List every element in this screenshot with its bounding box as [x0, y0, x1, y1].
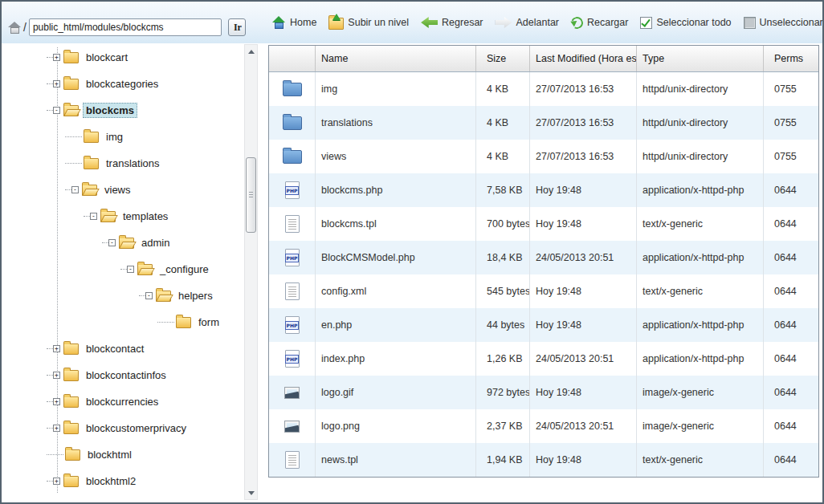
tree-expander-icon[interactable]: -	[108, 239, 116, 246]
scroll-up-arrow-icon[interactable]	[245, 45, 257, 58]
tree-expander-icon[interactable]: +	[53, 372, 60, 379]
table-row-config.xml[interactable]: config.xml 545 bytes Hoy 19:48 text/x-ge…	[269, 274, 818, 308]
tree-expander-icon[interactable]: -	[127, 266, 134, 273]
text-file-icon	[285, 215, 300, 233]
directory-tree: + blockcart + blockcategories - blockcms…	[3, 44, 244, 501]
tree-item-helpers[interactable]: - helpers	[3, 282, 244, 309]
tree-connector	[120, 269, 127, 270]
tree-expander-icon[interactable]: -	[145, 292, 153, 299]
tree-item-label: form	[195, 315, 222, 330]
cell-name: en.php	[316, 308, 476, 342]
column-header-last[interactable]: Last Modified (Hora está	[530, 46, 637, 71]
cell-name: news.tpl	[316, 443, 476, 477]
tree-item-label: helpers	[175, 288, 216, 303]
tree-expander-icon[interactable]: +	[53, 398, 60, 405]
go-button[interactable]: Ir	[228, 18, 246, 36]
tree-item-translations[interactable]: translations	[3, 150, 244, 177]
closed-folder-icon	[84, 132, 99, 143]
toolbar-button-seleccionar-todo[interactable]: Seleccionar todo	[640, 17, 731, 29]
column-header-type[interactable]: Type	[637, 46, 764, 71]
column-header-perms[interactable]: Perms	[764, 46, 818, 71]
table-row-en.php[interactable]: en.php 44 bytes Hoy 19:48 application/x-…	[269, 308, 818, 342]
scroll-down-arrow-icon[interactable]	[245, 486, 257, 499]
tree-scrollbar[interactable]	[244, 44, 258, 500]
image-file-icon	[284, 387, 300, 399]
toolbar-button-adelantar[interactable]: Adelantar	[496, 17, 560, 28]
table-row-blockcms.php[interactable]: blockcms.php 7,58 KB Hoy 19:48 applicati…	[269, 173, 818, 207]
tree-expander-icon[interactable]: +	[53, 80, 60, 87]
tree-item-blockcustomerprivacy[interactable]: + blockcustomerprivacy	[3, 415, 244, 441]
tree-expander-icon[interactable]: -	[71, 186, 79, 193]
tree-item-blockcategories[interactable]: + blockcategories	[3, 71, 244, 97]
tree-connector	[157, 322, 174, 323]
tree-item-blockcms[interactable]: - blockcms	[3, 97, 244, 124]
tree-item-label: blockhtml2	[83, 474, 139, 489]
cell-size: 545 bytes	[476, 274, 530, 308]
tree-item-label: _configure	[157, 262, 212, 277]
cell-perms: 0644	[764, 443, 818, 477]
scrollbar-thumb[interactable]	[246, 157, 256, 233]
table-header: NameSizeLast Modified (Hora estáTypePerm…	[269, 46, 818, 72]
table-row-logo.png[interactable]: logo.png 2,37 KB 24/05/2013 20:51 image/…	[269, 409, 818, 443]
tree-item-blockcontactinfos[interactable]: + blockcontactinfos	[3, 362, 244, 388]
tree-item-blockcontact[interactable]: + blockcontact	[3, 335, 244, 362]
tree-expander-icon[interactable]: -	[53, 107, 60, 114]
table-row-img[interactable]: img 4 KB 27/07/2013 16:53 httpd/unix-dir…	[269, 72, 818, 106]
table-row-news.tpl[interactable]: news.tpl 1,94 KB Hoy 19:48 text/x-generi…	[269, 443, 818, 477]
table-row-index.php[interactable]: index.php 1,26 KB 24/05/2013 20:51 appli…	[269, 342, 818, 376]
tree-item-blockhtml[interactable]: blockhtml	[3, 441, 244, 468]
tree-item-label: blockcontact	[83, 341, 147, 356]
cell-perms: 0644	[764, 173, 818, 207]
tree-expander-icon[interactable]: +	[53, 425, 60, 432]
tree-expander-icon[interactable]: +	[53, 345, 60, 352]
table-row-translations[interactable]: translations 4 KB 27/07/2013 16:53 httpd…	[269, 106, 818, 140]
php-file-icon	[285, 316, 300, 334]
cell-modified: 24/05/2013 20:51	[530, 241, 637, 274]
tree-expander-icon[interactable]: -	[90, 213, 97, 220]
cell-name: blockcms.php	[316, 173, 476, 207]
tree-item-views[interactable]: - views	[3, 177, 244, 203]
toolbar-button-recargar[interactable]: Recargar	[571, 17, 628, 29]
table-row-views[interactable]: views 4 KB 27/07/2013 16:53 httpd/unix-d…	[269, 140, 818, 173]
cell-perms: 0755	[764, 106, 818, 140]
tree-expander-icon[interactable]: +	[53, 478, 60, 485]
tree-item-blockcurrencies[interactable]: + blockcurrencies	[3, 388, 244, 415]
path-input[interactable]	[29, 18, 222, 36]
cell-name: views	[316, 140, 476, 173]
toolbar-button-unseleccionar-todo[interactable]: Unseleccionar todo	[744, 17, 824, 29]
table-row-BlockCMSModel.php[interactable]: BlockCMSModel.php 18,4 KB 24/05/2013 20:…	[269, 241, 818, 274]
tree-item-img[interactable]: img	[3, 124, 244, 150]
home-path-icon	[8, 22, 21, 34]
tree-item-form[interactable]: form	[3, 309, 244, 335]
text-file-icon	[285, 282, 300, 300]
cell-size: 2,37 KB	[476, 409, 530, 443]
tree-connector	[102, 242, 108, 243]
cell-modified: 27/07/2013 16:53	[530, 72, 637, 106]
checkbox-empty-icon	[744, 17, 756, 29]
table-row-logo.gif[interactable]: logo.gif 972 bytes Hoy 19:48 image/x-gen…	[269, 376, 818, 409]
tree-item-blockcart[interactable]: + blockcart	[3, 44, 244, 71]
cell-type: application/x-httpd-php	[637, 342, 764, 376]
cell-size: 1,94 KB	[476, 443, 530, 477]
table-row-blockcms.tpl[interactable]: blockcms.tpl 700 bytes Hoy 19:48 text/x-…	[269, 207, 818, 241]
column-header-size[interactable]: Size	[476, 46, 530, 71]
closed-folder-icon	[63, 79, 79, 90]
cell-name: config.xml	[316, 274, 476, 308]
toolbar-button-regresar[interactable]: Regresar	[421, 17, 483, 28]
column-header-name[interactable]: Name	[316, 46, 476, 71]
tree-item-admin[interactable]: - admin	[3, 230, 244, 256]
tree-connector	[65, 189, 71, 190]
tree-connector	[65, 136, 82, 137]
cell-size: 4 KB	[476, 140, 530, 173]
closed-folder-icon	[63, 343, 79, 355]
toolbar-button-subir-un-nivel[interactable]: Subir un nivel	[328, 15, 409, 30]
tree-item-_configure[interactable]: - _configure	[3, 256, 244, 282]
column-header-icon[interactable]	[269, 46, 316, 71]
php-file-icon	[285, 249, 300, 266]
tree-expander-icon[interactable]: +	[53, 54, 60, 61]
tree-item-blockhtml2[interactable]: + blockhtml2	[3, 468, 244, 494]
toolbar-button-home[interactable]: Home	[272, 16, 316, 29]
tree-item-templates[interactable]: - templates	[3, 203, 244, 230]
folder-up-icon	[328, 18, 344, 30]
open-folder-icon	[156, 291, 171, 302]
